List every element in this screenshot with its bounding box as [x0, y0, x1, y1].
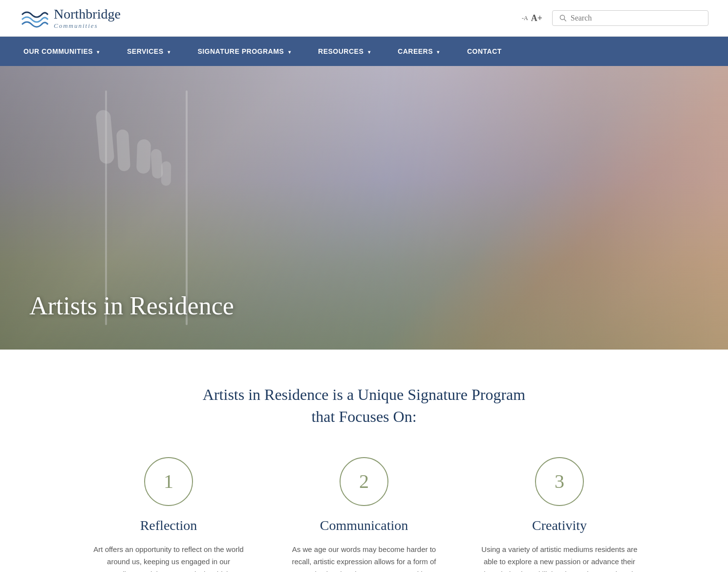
nav-link-our-communities[interactable]: OUR COMMUNITIES ▾ — [10, 37, 113, 66]
nav-link-services[interactable]: SERVICES ▾ — [113, 37, 184, 66]
card-number-1: 1 — [164, 470, 173, 493]
site-header: Northbridge Communities -A A+ — [0, 0, 728, 37]
hero-section: Artists in Residence — [0, 66, 728, 350]
search-icon — [559, 14, 567, 22]
search-input[interactable] — [571, 14, 701, 22]
card-number-circle-2: 2 — [340, 457, 388, 506]
card-communication: 2 Communication As we age our words may … — [286, 457, 442, 572]
section-title: Artists in Residence is a Unique Signatu… — [20, 384, 708, 428]
logo-area[interactable]: Northbridge Communities — [20, 6, 121, 30]
logo-text: Northbridge Communities — [54, 6, 121, 30]
chevron-icon: ▾ — [288, 49, 291, 55]
nav-link-contact[interactable]: CONTACT — [453, 37, 515, 66]
card-reflection: 1 Reflection Art offers an opportunity t… — [90, 457, 247, 572]
card-creativity: 3 Creativity Using a variety of artistic… — [481, 457, 638, 572]
card-number-circle-3: 3 — [535, 457, 584, 506]
card-text-reflection: Art offers an opportunity to reflect on … — [90, 543, 247, 572]
card-number-3: 3 — [555, 470, 564, 493]
chevron-icon: ▾ — [168, 49, 171, 55]
card-title-reflection: Reflection — [90, 518, 247, 533]
card-number-circle-1: 1 — [144, 457, 193, 506]
card-number-2: 2 — [359, 470, 369, 493]
chevron-icon: ▾ — [97, 49, 100, 55]
nav-item-contact[interactable]: CONTACT — [453, 37, 515, 66]
chevron-icon: ▾ — [437, 49, 440, 55]
nav-item-services[interactable]: SERVICES ▾ — [113, 37, 184, 66]
main-nav: OUR COMMUNITIES ▾ SERVICES ▾ SIGNATURE P… — [0, 37, 728, 66]
font-decrease-label[interactable]: -A — [522, 15, 528, 22]
hero-title: Artists in Residence — [29, 291, 234, 320]
nav-link-resources[interactable]: RESOURCES ▾ — [304, 37, 384, 66]
card-title-communication: Communication — [286, 518, 442, 533]
card-title-creativity: Creativity — [481, 518, 638, 533]
search-box[interactable] — [552, 10, 708, 26]
nav-link-careers[interactable]: CAREERS ▾ — [384, 37, 453, 66]
cards-row: 1 Reflection Art offers an opportunity t… — [71, 457, 657, 572]
nav-item-resources[interactable]: RESOURCES ▾ — [304, 37, 384, 66]
font-size-controls: -A A+ — [522, 13, 542, 23]
nav-link-signature-programs[interactable]: SIGNATURE PROGRAMS ▾ — [184, 37, 304, 66]
card-text-communication: As we age our words may become harder to… — [286, 543, 442, 572]
header-right: -A A+ — [522, 10, 708, 26]
logo-icon — [20, 6, 49, 30]
nav-item-our-communities[interactable]: OUR COMMUNITIES ▾ — [10, 37, 113, 66]
svg-line-1 — [564, 19, 566, 21]
main-content: Artists in Residence is a Unique Signatu… — [0, 350, 728, 572]
card-text-creativity: Using a variety of artistic mediums resi… — [481, 543, 638, 572]
nav-item-signature-programs[interactable]: SIGNATURE PROGRAMS ▾ — [184, 37, 304, 66]
nav-item-careers[interactable]: CAREERS ▾ — [384, 37, 453, 66]
font-increase-label[interactable]: A+ — [531, 13, 542, 23]
chevron-icon: ▾ — [368, 49, 371, 55]
